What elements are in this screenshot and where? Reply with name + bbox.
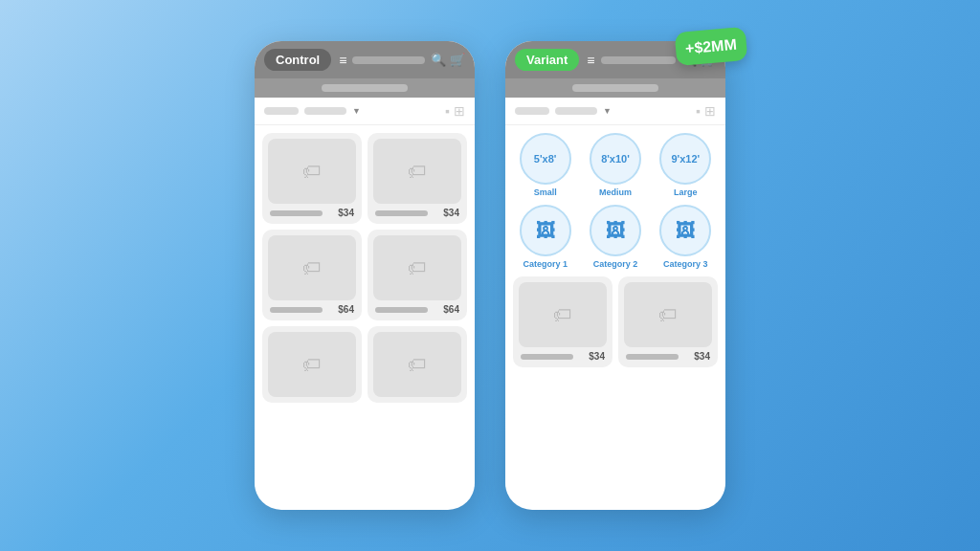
variant-revenue-badge: +$2MM (675, 27, 748, 66)
control-cart-icon[interactable]: 🛒 (450, 53, 465, 67)
control-product-card-1[interactable]: 🏷 $34 (262, 133, 362, 224)
control-product-info-4: $64 (373, 304, 461, 315)
variant-size-label-large: 9'x12' (671, 153, 700, 165)
control-subheader-bar (322, 84, 408, 92)
control-product-grid-2: 🏷 $64 🏷 $64 (262, 230, 467, 320)
variant-size-circle-small[interactable]: 5'x8' (520, 133, 571, 185)
variant-content: 5'x8' Small 8'x10' Medium 9'x12' (505, 125, 725, 510)
control-product-name-bar-1 (270, 210, 323, 216)
control-subheader (255, 78, 475, 98)
variant-product-grid-1: 🏷 $34 🏷 $34 (513, 276, 718, 367)
control-list-view-icon[interactable]: ▪ (445, 103, 450, 119)
variant-product-card-1[interactable]: 🏷 $34 (513, 276, 612, 367)
variant-size-sublabel-large: Large (674, 187, 698, 197)
control-product-image-2: 🏷 (373, 139, 461, 204)
control-product-price-1: $34 (338, 208, 354, 218)
variant-category-circles: 🖼 Category 1 🖼 Category 2 🖼 (513, 205, 718, 269)
variant-phone-wrapper: Variant ≡ 🔍 🛒 ▼ ▪ ⊞ (505, 41, 725, 510)
control-product-price-3: $64 (338, 304, 354, 315)
control-grid-icons: ▪ ⊞ (445, 103, 465, 119)
variant-product-price-2: $34 (694, 351, 710, 362)
control-product-price-2: $34 (443, 208, 459, 218)
variant-label: Variant (515, 49, 579, 71)
variant-subheader-bar (572, 84, 658, 92)
control-phone-wrapper: Control ≡ 🔍 🛒 ▼ ▪ ⊞ (255, 41, 475, 510)
variant-product-image-1: 🏷 (519, 282, 607, 347)
control-product-image-4: 🏷 (373, 235, 461, 300)
variant-category-circle-3[interactable]: 🖼 (659, 205, 711, 256)
control-product-card-3[interactable]: 🏷 $64 (262, 230, 362, 320)
control-product-grid-1: 🏷 $34 🏷 $34 (262, 133, 467, 224)
screens-container: Control ≡ 🔍 🛒 ▼ ▪ ⊞ (255, 41, 725, 510)
control-product-name-bar-3 (270, 307, 323, 313)
control-product-image-1: 🏷 (268, 139, 356, 204)
control-product-card-5[interactable]: 🏷 (262, 326, 362, 403)
variant-category-label-2: Category 2 (593, 259, 638, 269)
variant-size-item-small[interactable]: 5'x8' Small (520, 133, 571, 197)
variant-product-name-bar-2 (626, 354, 679, 360)
control-menu-icon[interactable]: ≡ (339, 53, 346, 68)
variant-size-sublabel-small: Small (534, 187, 557, 197)
control-product-grid-3: 🏷 🏷 (262, 326, 467, 403)
variant-subheader (505, 78, 725, 98)
control-product-name-bar-2 (375, 210, 428, 216)
control-product-info-3: $64 (268, 304, 356, 315)
variant-list-view-icon[interactable]: ▪ (696, 103, 701, 119)
control-product-image-6: 🏷 (373, 332, 461, 397)
variant-product-price-1: $34 (589, 351, 605, 362)
control-filter-pill-1[interactable] (264, 107, 299, 115)
variant-product-name-bar-1 (521, 354, 573, 360)
variant-size-label-medium: 8'x10' (601, 153, 630, 165)
variant-product-image-2: 🏷 (624, 282, 712, 347)
variant-chevron-icon: ▼ (603, 106, 612, 116)
variant-category-item-1[interactable]: 🖼 Category 1 (520, 205, 571, 269)
control-header-bar (352, 56, 425, 64)
control-product-card-6[interactable]: 🏷 (368, 326, 467, 403)
variant-size-sublabel-medium: Medium (599, 187, 632, 197)
variant-phone: Variant ≡ 🔍 🛒 ▼ ▪ ⊞ (505, 41, 725, 510)
control-phone: Control ≡ 🔍 🛒 ▼ ▪ ⊞ (255, 41, 475, 510)
control-search-icon[interactable]: 🔍 (431, 53, 446, 67)
variant-size-item-large[interactable]: 9'x12' Large (659, 133, 711, 197)
control-product-name-bar-4 (375, 307, 428, 313)
variant-category-icon-3: 🖼 (676, 220, 695, 242)
variant-category-icon-2: 🖼 (606, 220, 625, 242)
variant-category-circle-1[interactable]: 🖼 (520, 205, 571, 256)
variant-size-circle-medium[interactable]: 8'x10' (590, 133, 641, 185)
variant-filter-bar: ▼ ▪ ⊞ (505, 98, 725, 125)
variant-product-info-2: $34 (624, 351, 712, 362)
variant-category-circle-2[interactable]: 🖼 (590, 205, 641, 256)
control-header-icons: 🔍 🛒 (431, 53, 465, 67)
control-filter-bar: ▼ ▪ ⊞ (255, 98, 475, 125)
control-product-image-5: 🏷 (268, 332, 356, 397)
variant-size-circle-large[interactable]: 9'x12' (659, 133, 711, 185)
control-product-info-2: $34 (373, 208, 461, 218)
control-product-price-4: $64 (443, 304, 459, 315)
variant-menu-icon[interactable]: ≡ (587, 53, 594, 68)
variant-category-icon-1: 🖼 (536, 220, 555, 242)
control-product-info-1: $34 (268, 208, 356, 218)
control-label: Control (264, 49, 331, 71)
control-product-image-3: 🏷 (268, 235, 356, 300)
control-header: Control ≡ 🔍 🛒 (255, 41, 475, 78)
control-product-card-4[interactable]: 🏷 $64 (368, 230, 467, 320)
variant-size-label-small: 5'x8' (534, 153, 557, 165)
variant-size-item-medium[interactable]: 8'x10' Medium (590, 133, 641, 197)
variant-filter-dropdown[interactable] (555, 107, 597, 115)
control-grid-view-icon[interactable]: ⊞ (454, 103, 465, 119)
control-content: 🏷 $34 🏷 $34 (255, 125, 475, 510)
variant-grid-view-icon[interactable]: ⊞ (704, 103, 716, 119)
variant-product-card-2[interactable]: 🏷 $34 (618, 276, 718, 367)
variant-category-item-2[interactable]: 🖼 Category 2 (590, 205, 641, 269)
variant-category-label-3: Category 3 (663, 259, 708, 269)
variant-category-label-1: Category 1 (523, 259, 568, 269)
control-chevron-icon: ▼ (352, 106, 361, 116)
variant-header-bar (601, 56, 676, 64)
variant-filter-pill-1[interactable] (515, 107, 549, 115)
variant-product-info-1: $34 (519, 351, 607, 362)
variant-size-circles: 5'x8' Small 8'x10' Medium 9'x12' (513, 133, 718, 197)
control-filter-dropdown[interactable] (304, 107, 346, 115)
variant-category-item-3[interactable]: 🖼 Category 3 (659, 205, 711, 269)
control-product-card-2[interactable]: 🏷 $34 (368, 133, 467, 224)
variant-grid-icons: ▪ ⊞ (696, 103, 716, 119)
